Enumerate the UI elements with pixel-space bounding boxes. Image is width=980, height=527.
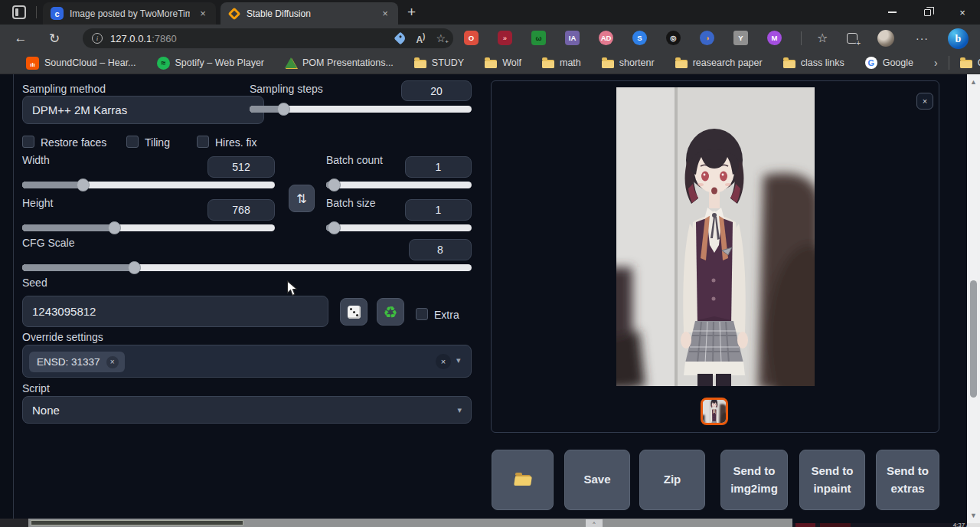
zip-button[interactable]: Zip [639, 450, 705, 510]
bookmark-soundcloud[interactable]: ılıSoundCloud – Hear... [26, 57, 136, 70]
drive-icon [285, 57, 297, 68]
swap-dimensions-button[interactable]: ⇅ [289, 185, 315, 212]
batch-size-input-wrap [405, 199, 472, 221]
slider-knob[interactable] [128, 261, 141, 274]
slider-knob[interactable] [328, 178, 341, 191]
open-folder-button[interactable] [492, 450, 554, 510]
send-to-extras-button[interactable]: Send to extras [876, 450, 939, 510]
script-dropdown[interactable]: None ▾ [22, 396, 472, 424]
refresh-button[interactable]: ↻ [44, 29, 64, 47]
send-to-inpaint-button[interactable]: Send to inpaint [799, 450, 865, 510]
bookmark-pom[interactable]: POM Presentations... [285, 57, 394, 68]
random-seed-button[interactable] [340, 298, 368, 326]
clear-all-icon[interactable]: × [436, 354, 451, 369]
close-image-button[interactable]: × [916, 93, 933, 110]
bookmark-label: reasearch paper [693, 57, 763, 68]
batch-size-input[interactable] [405, 199, 472, 221]
read-aloud-icon[interactable]: A) [416, 32, 425, 45]
close-window-button[interactable]: × [945, 0, 980, 25]
back-button[interactable]: ← [11, 29, 31, 47]
slider-knob[interactable] [277, 103, 290, 116]
new-tab-button[interactable]: + [407, 4, 416, 21]
bookmark-spotify[interactable]: ≈Spotify – Web Player [157, 57, 265, 70]
favorites-hub-icon[interactable]: ☆ [817, 31, 828, 45]
override-chip[interactable]: ENSD: 31337 × [29, 352, 125, 372]
chip-remove-icon[interactable]: × [106, 356, 119, 368]
scroll-up-icon[interactable]: ▲ [967, 78, 980, 86]
tab-stable-diffusion[interactable]: Stable Diffusion × [220, 2, 398, 25]
bookmark-class-links[interactable]: class links [783, 57, 844, 68]
bookmark-study[interactable]: STUDY [414, 57, 464, 68]
shazam-extension-icon[interactable]: S [632, 31, 647, 45]
shopping-tag-icon[interactable] [394, 32, 407, 45]
y-extension-icon[interactable]: Y [733, 31, 748, 45]
batch-size-slider[interactable] [326, 224, 472, 231]
address-bar[interactable]: i 127.0.0.1 :7860 A) ☆+ [83, 28, 453, 48]
tray-chevron-icon[interactable]: ^ [586, 519, 603, 527]
minimize-button[interactable] [874, 0, 910, 25]
collections-icon[interactable] [847, 33, 858, 44]
cfg-scale-input[interactable] [409, 239, 472, 260]
horizontal-scroll-thumb[interactable] [31, 520, 243, 525]
width-slider[interactable] [22, 182, 275, 188]
taskbar-app-icon [795, 523, 815, 527]
o-extension-icon[interactable]: O [464, 31, 479, 45]
other-favorites[interactable]: Other favorites [960, 57, 980, 68]
bookmark-wolf[interactable]: Wolf [485, 57, 521, 68]
width-input[interactable] [207, 156, 275, 178]
slider-knob[interactable] [108, 221, 121, 234]
ia-extension-icon[interactable]: IA [565, 31, 580, 45]
m-wave-extension-icon[interactable]: M [767, 31, 782, 45]
site-info-icon[interactable]: i [92, 33, 103, 44]
slider-knob[interactable] [328, 221, 341, 234]
height-input[interactable] [207, 199, 275, 221]
bing-chat-icon[interactable]: b [948, 28, 969, 49]
chevron-down-icon[interactable]: ▾ [456, 355, 461, 365]
extra-checkbox[interactable] [416, 308, 428, 320]
bookmark-research-paper[interactable]: reasearch paper [675, 57, 763, 68]
bookmark-label: Wolf [502, 57, 521, 68]
scroll-down-icon[interactable]: ▼ [967, 512, 980, 519]
vertical-scroll-thumb[interactable] [970, 280, 977, 398]
override-settings-box[interactable]: ENSD: 31337 × × ▾ [22, 345, 472, 378]
generated-image[interactable] [616, 87, 815, 386]
bookmark-google[interactable]: GGoogle [865, 57, 913, 69]
tab-civitai[interactable]: c Image posted by TwoMoreTimes × [43, 2, 216, 25]
video-forward-extension-icon[interactable]: » [498, 31, 512, 45]
horizontal-scrollbar[interactable] [28, 519, 792, 527]
bookmark-math[interactable]: math [542, 57, 581, 68]
workspaces-icon[interactable] [12, 5, 26, 19]
tab-close-icon[interactable]: × [196, 7, 210, 21]
settings-menu-icon[interactable]: ··· [916, 32, 929, 44]
minimize-icon [888, 11, 897, 13]
globe-extension-icon[interactable]: ◑ [700, 31, 714, 45]
hires-fix-checkbox[interactable] [197, 136, 209, 148]
pin-extension-icon[interactable]: ◎ [666, 31, 681, 45]
save-button[interactable]: Save [564, 450, 630, 510]
restore-faces-checkbox[interactable] [22, 136, 34, 148]
height-input-wrap [207, 199, 275, 221]
sampling-steps-slider[interactable] [250, 106, 472, 113]
batch-count-input[interactable] [405, 156, 472, 178]
scrollbar-corner-left [0, 519, 28, 527]
slider-knob[interactable] [77, 178, 90, 191]
seed-input[interactable] [22, 296, 328, 327]
restore-button[interactable] [910, 0, 945, 25]
tab-close-icon[interactable]: × [378, 7, 392, 21]
profile-avatar[interactable] [877, 30, 894, 47]
reuse-seed-button[interactable]: ♻ [377, 298, 404, 326]
bookmarks-overflow-chevron[interactable]: › [934, 57, 938, 69]
add-favorite-star-icon[interactable]: ☆+ [436, 32, 446, 44]
height-slider[interactable] [22, 224, 275, 231]
vertical-scrollbar[interactable]: ▲ ▼ [967, 74, 980, 523]
sampling-method-dropdown[interactable]: DPM++ 2M Karras ▾ [22, 96, 264, 124]
tiling-checkbox[interactable] [126, 136, 139, 148]
monkey-extension-icon[interactable]: ω [531, 31, 546, 45]
adblock-extension-icon[interactable]: AD [599, 31, 613, 45]
send-to-img2img-button[interactable]: Send to img2img [720, 450, 788, 510]
gallery-thumbnail[interactable] [701, 398, 728, 425]
bookmark-shortenr[interactable]: shortenr [602, 57, 655, 68]
cfg-scale-slider[interactable] [22, 264, 472, 271]
sampling-steps-input[interactable] [401, 80, 472, 101]
batch-count-slider[interactable] [326, 182, 472, 188]
